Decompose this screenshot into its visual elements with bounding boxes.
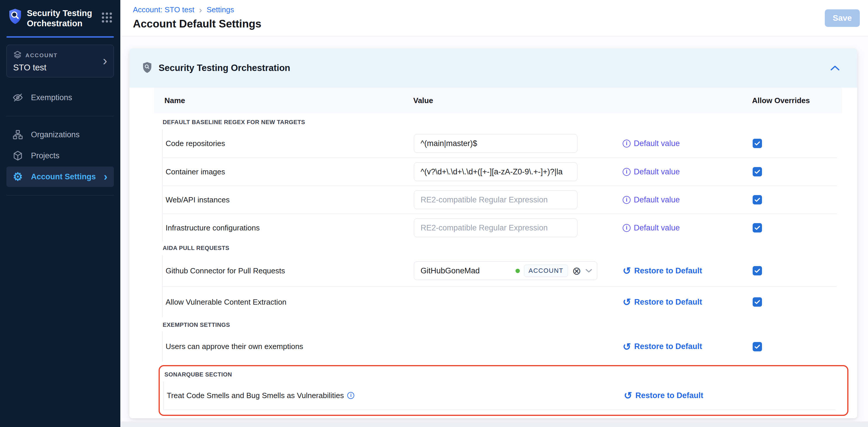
allow-overrides-checkbox[interactable] (753, 195, 762, 205)
sidebar-divider (6, 195, 114, 195)
sidebar-item-projects[interactable]: Projects (6, 146, 114, 166)
gear-icon: ⚙ (12, 171, 24, 182)
sidebar-item-label: Organizations (31, 130, 80, 139)
restore-default-link[interactable]: ↺ Restore to Default (623, 298, 702, 307)
connector-status-dot (516, 269, 520, 273)
connector-value: GitHubGoneMad (421, 266, 512, 275)
row-name: Github Connector for Pull Requests (163, 266, 414, 275)
page-bottom-strip (120, 422, 868, 427)
restore-icon: ↺ (623, 267, 631, 275)
shield-icon (142, 62, 152, 74)
settings-card: Security Testing Orchestration Name Valu… (129, 49, 857, 418)
section-group: Github Connector for Pull Requests GitHu… (162, 255, 837, 317)
allow-overrides-checkbox[interactable] (753, 139, 762, 148)
table-header: Name Value Allow Overrides (154, 88, 842, 113)
section-label: EXEMPTION SETTINGS (163, 321, 837, 329)
default-value-link[interactable]: i Default value (623, 195, 680, 205)
regex-input[interactable] (414, 162, 578, 181)
row-name: Users can approve their own exemptions (163, 342, 414, 351)
sidebar-divider (6, 116, 114, 116)
column-header-allow-overrides: Allow Overrides (752, 96, 837, 105)
account-scope-label: ACCOUNT (25, 52, 58, 59)
module-accent-underline (6, 36, 114, 38)
sidebar-item-organizations[interactable]: Organizations (6, 124, 114, 145)
chevron-down-icon[interactable] (585, 269, 592, 273)
section-label: SONARQUBE SECTION (164, 370, 836, 378)
chevron-right-icon: › (103, 54, 107, 67)
row-name: Code repositories (163, 139, 414, 148)
row-name: Infrastructure configurations (163, 223, 414, 233)
row-name: Web/API instances (163, 195, 414, 205)
regex-input[interactable] (414, 190, 578, 209)
default-value-link[interactable]: i Default value (623, 167, 680, 176)
sidebar-nav: Exemptions Organizations Projects (0, 87, 120, 195)
breadcrumb-settings-link[interactable]: Settings (207, 5, 234, 14)
section-label: AIDA PULL REQUESTS (163, 244, 837, 252)
sidebar-item-account-settings[interactable]: ⚙ Account Settings › (6, 166, 114, 187)
chevron-up-icon[interactable] (830, 65, 840, 72)
allow-overrides-checkbox[interactable] (753, 167, 762, 176)
chevron-right-icon: › (199, 5, 202, 14)
row-name: Container images (163, 167, 414, 176)
app-shield-logo-icon (8, 8, 22, 26)
restore-default-link[interactable]: ↺ Restore to Default (623, 266, 702, 275)
page-title: Account Default Settings (133, 18, 868, 30)
table-row: Web/API instances i Default value (163, 185, 837, 214)
section-group: Users can approve their own exemptions ↺… (162, 332, 837, 362)
row-name: Allow Vulnerable Content Extraction (163, 298, 414, 307)
sidebar-item-exemptions[interactable]: Exemptions (6, 87, 114, 108)
app-title: Security Testing Orchestration (27, 8, 93, 29)
info-icon: i (623, 168, 630, 176)
restore-default-link[interactable]: ↺ Restore to Default (623, 342, 702, 351)
restore-icon: ↺ (623, 298, 631, 306)
allow-overrides-checkbox[interactable] (753, 223, 762, 233)
sidebar-item-label: Account Settings (31, 172, 96, 181)
table-row: Users can approve their own exemptions ↺… (163, 332, 837, 362)
allow-overrides-checkbox[interactable] (753, 266, 762, 275)
table-row: Github Connector for Pull Requests GitHu… (163, 255, 837, 286)
main-area: Account: STO test › Settings Account Def… (120, 0, 868, 427)
allow-overrides-checkbox[interactable] (753, 297, 762, 307)
sidebar: Security Testing Orchestration ACCOUNT S… (0, 0, 120, 427)
sto-section-header[interactable]: Security Testing Orchestration (129, 49, 857, 88)
info-icon: i (623, 140, 630, 148)
default-value-link[interactable]: i Default value (623, 139, 680, 148)
account-scope-selector[interactable]: ACCOUNT STO test › (6, 45, 114, 78)
content-area: Security Testing Orchestration Name Valu… (120, 36, 868, 427)
sonarqube-highlight-box: SONARQUBE SECTION Treat Code Smells and … (159, 365, 848, 416)
info-icon[interactable]: i (347, 392, 354, 399)
cube-icon (12, 150, 24, 161)
row-name: Treat Code Smells and Bug Smells as Vuln… (164, 391, 415, 400)
table-row: Treat Code Smells and Bug Smells as Vuln… (164, 382, 836, 409)
sidebar-item-label: Exemptions (31, 93, 72, 102)
regex-input[interactable] (414, 134, 578, 153)
restore-icon: ↺ (624, 391, 632, 400)
module-grid-icon[interactable] (101, 12, 113, 25)
save-button[interactable]: Save (825, 9, 860, 27)
restore-icon: ↺ (623, 343, 631, 351)
connector-select[interactable]: GitHubGoneMad ACCOUNT ⊗ (414, 262, 597, 280)
table-row: Container images i Default value (163, 157, 837, 185)
breadcrumb-account-link[interactable]: Account: STO test (133, 5, 194, 14)
clear-selection-icon[interactable]: ⊗ (572, 266, 581, 276)
table-row: Code repositories i Default value (163, 129, 837, 157)
breadcrumb: Account: STO test › Settings (133, 0, 868, 14)
sidebar-header: Security Testing Orchestration (0, 0, 120, 34)
chevron-right-icon: › (104, 171, 107, 182)
regex-input[interactable] (414, 218, 578, 237)
sidebar-item-label: Projects (31, 151, 60, 160)
org-chart-icon (12, 129, 24, 140)
account-name: STO test (13, 63, 107, 72)
section-group: Code repositories i Default value Contai… (162, 129, 837, 242)
column-header-value: Value (413, 96, 622, 105)
page-header: Account: STO test › Settings Account Def… (120, 0, 868, 36)
layers-icon (13, 50, 22, 60)
column-header-name: Name (162, 96, 413, 105)
default-value-link[interactable]: i Default value (623, 223, 680, 233)
panel-title: Security Testing Orchestration (159, 63, 290, 73)
table-row: Infrastructure configurations i Default … (163, 214, 837, 242)
eye-off-icon (12, 92, 24, 103)
settings-table: Name Value Allow Overrides DEFAULT BASEL… (129, 88, 857, 416)
allow-overrides-checkbox[interactable] (753, 342, 762, 352)
restore-default-link[interactable]: ↺ Restore to Default (624, 391, 703, 400)
